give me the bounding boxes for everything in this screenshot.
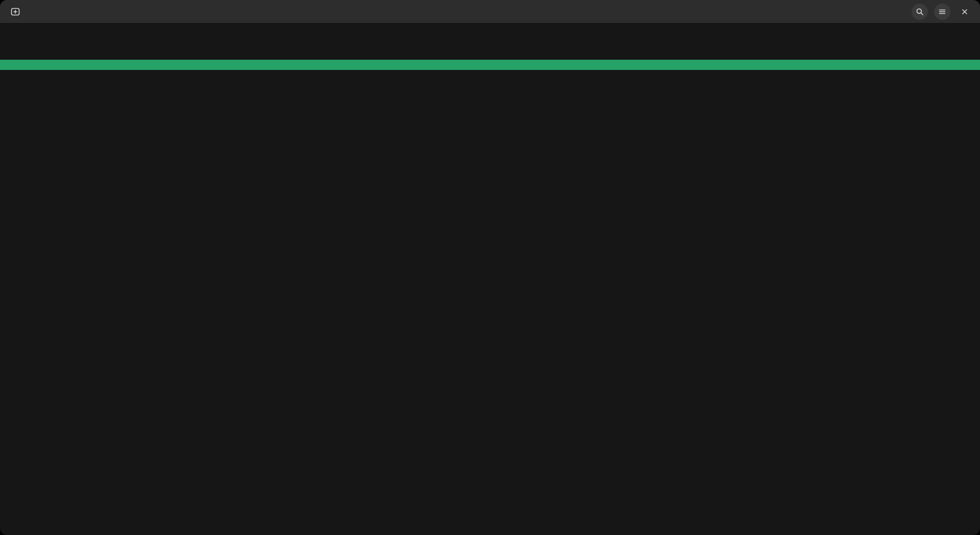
search-icon (916, 8, 924, 16)
screen-tabs (11, 50, 974, 60)
new-tab-icon (11, 7, 20, 16)
blank-line (6, 29, 974, 39)
table-header (0, 60, 980, 70)
headerbar[interactable] (0, 0, 980, 23)
blank-line (6, 39, 974, 50)
htop-screen (0, 24, 980, 70)
terminal-window (0, 0, 980, 535)
terminal-content (0, 24, 980, 535)
close-button[interactable] (957, 4, 973, 20)
menu-button[interactable] (934, 4, 950, 20)
hamburger-menu-icon (938, 8, 946, 16)
close-icon (961, 8, 969, 16)
function-key-bar (0, 519, 980, 529)
headerbar-actions (912, 4, 973, 20)
new-tab-button[interactable] (7, 4, 23, 20)
search-button[interactable] (912, 4, 928, 20)
